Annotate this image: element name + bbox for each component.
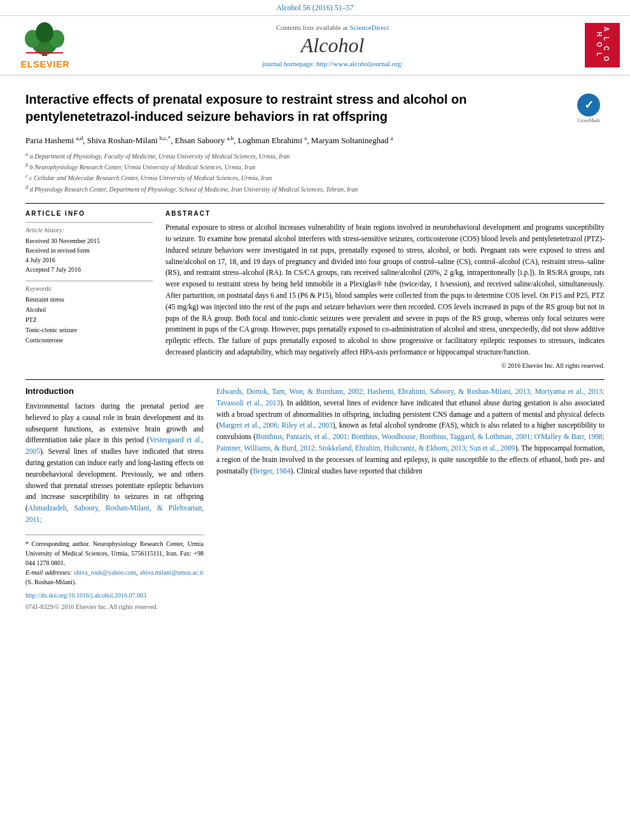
email1-link[interactable]: shiva_rouk@yahoo.com (74, 569, 136, 576)
keywords-section: Keywords: Restraint stress Alcohol PTZ T… (25, 281, 153, 346)
affiliation-d: d d Physiology Research Center, Departme… (25, 184, 605, 194)
article-info-column: ARTICLE INFO Article history: Received 3… (25, 210, 153, 369)
doi-link[interactable]: http://dx.doi.org/10.1016/j.alcohol.2016… (25, 591, 204, 601)
intro-right-col: Edwards, Dortok, Tam, Won, & Burnham, 20… (216, 386, 605, 612)
footnote-email: E-mail addresses: shiva_rouk@yahoo.com, … (25, 568, 204, 587)
ref-edwards[interactable]: Edwards, Dortok, Tam, Won, & Burnham, 20… (216, 388, 605, 407)
top-bar: Alcohol 56 (2016) 51–57 (0, 0, 630, 16)
authors-line: Paria Hashemi a,d, Shiva Roshan-Milani b… (25, 134, 605, 147)
sciencedirect-link[interactable]: ScienceDirect (349, 24, 389, 31)
abstract-text: Prenatal exposure to stress or alcohol i… (165, 222, 605, 358)
affiliation-c: c c Cellular and Molecular Research Cent… (25, 172, 605, 183)
homepage-link[interactable]: journal homepage: http://www.alcoholjour… (262, 60, 403, 67)
affiliation-a: a a Department of Physiology, Faculty of… (25, 151, 605, 161)
contents-available-text: Contents lists available at ScienceDirec… (87, 24, 578, 31)
homepage-line: journal homepage: http://www.alcoholjour… (87, 60, 578, 67)
elsevier-logo: ELSEVIER (10, 21, 80, 69)
abstract-heading: ABSTRACT (165, 210, 605, 217)
introduction-heading: Introduction (25, 386, 204, 396)
journal-center: Contents lists available at ScienceDirec… (87, 24, 578, 67)
footnote-area: * Corresponding author. Neurophysiology … (25, 535, 204, 612)
accepted-date: Accepted 7 July 2016 (25, 265, 153, 274)
elsevier-brand-text: ELSEVIER (20, 59, 69, 69)
revised-date: 4 July 2016 (25, 255, 153, 265)
issn-line: 0741-8329/© 2016 Elsevier Inc. All right… (25, 602, 204, 612)
ref-berger[interactable]: Berger, 1984 (253, 467, 290, 475)
keywords-label: Keywords: (25, 285, 153, 292)
copyright-line: © 2016 Elsevier Inc. All rights reserved… (165, 362, 605, 369)
main-content: Interactive effects of prenatal exposure… (0, 76, 630, 622)
keyword-5: Corticosterone (25, 335, 153, 346)
article-history-label: Article history: (25, 227, 153, 234)
keyword-2: Alcohol (25, 305, 153, 315)
journal-header: ELSEVIER Contents lists available at Sci… (0, 16, 630, 76)
journal-cover-image: A L C O H O L (585, 23, 620, 67)
article-info-heading: ARTICLE INFO (25, 210, 153, 217)
crossmark-label: CrossMark (577, 118, 600, 123)
affiliations: a a Department of Physiology, Faculty of… (25, 151, 605, 194)
journal-title: Alcohol (87, 34, 578, 57)
ref-bonthius[interactable]: Bonthius, Pantazis, et al., 2001; Bonthi… (216, 433, 605, 452)
ref-vestergaard[interactable]: Vestergaard et al., 2005 (25, 436, 204, 455)
intro-right-text: Edwards, Dortok, Tam, Won, & Burnham, 20… (216, 386, 605, 477)
svg-point-4 (36, 22, 53, 43)
introduction-section: Introduction Environmental factors durin… (25, 386, 605, 612)
email2-link[interactable]: shiva.milani@umsu.ac.ir (140, 569, 204, 576)
article-title: Interactive effects of prenatal exposure… (25, 91, 573, 125)
intro-para1: Environmental factors during the prenata… (25, 401, 204, 526)
article-title-section: Interactive effects of prenatal exposure… (25, 91, 605, 125)
keyword-3: PTZ (25, 315, 153, 325)
abstract-column: ABSTRACT Prenatal exposure to stress or … (165, 210, 605, 369)
intro-left-col: Introduction Environmental factors durin… (25, 386, 204, 612)
keyword-1: Restraint stress (25, 295, 153, 305)
received-date: Received 30 November 2015 (25, 236, 153, 246)
footnote-corresponding: * Corresponding author. Neurophysiology … (25, 539, 204, 568)
ref-margret[interactable]: Margret et al., 2006; Riley et al., 2003 (219, 421, 333, 429)
journal-ref-link[interactable]: Alcohol 56 (2016) 51–57 (276, 3, 354, 12)
received-revised-label: Received in revised form (25, 246, 153, 255)
section-divider (25, 379, 605, 380)
info-abstract-columns: ARTICLE INFO Article history: Received 3… (25, 203, 605, 369)
ref-ahmadzadeh[interactable]: Ahmadzadeh, Saboory, Roshan-Milani, & Pi… (25, 504, 204, 523)
intro-para-refs: Edwards, Dortok, Tam, Won, & Burnham, 20… (216, 386, 605, 477)
intro-left-text: Environmental factors during the prenata… (25, 401, 204, 612)
elsevier-tree-icon (13, 21, 77, 59)
crossmark-icon: ✓ (577, 94, 600, 116)
crossmark-widget[interactable]: ✓ CrossMark (573, 91, 605, 123)
keyword-4: Tonic-clonic seizure (25, 325, 153, 335)
article-history-section: Article history: Received 30 November 20… (25, 222, 153, 274)
affiliation-b: b b Neurophysiology Research Center, Urm… (25, 162, 605, 172)
